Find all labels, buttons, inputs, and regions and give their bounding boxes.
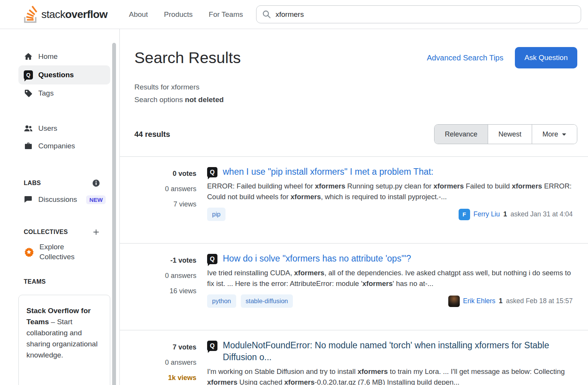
results-count: 44 results	[134, 130, 170, 139]
labs-section-header: LABS	[24, 175, 100, 191]
sidebar-item-companies[interactable]: Companies	[18, 137, 110, 155]
tag-icon	[24, 89, 33, 98]
ask-question-button[interactable]: Ask Question	[515, 47, 577, 68]
result-bottom-row: pipFFerry Liu1asked Jan 31 at 4:04	[207, 208, 573, 221]
sidebar-item-explore-collectives[interactable]: Explore Collectives	[18, 240, 110, 264]
votes-count: -1 votes	[134, 253, 196, 268]
sidebar-scrollbar[interactable]	[112, 43, 116, 385]
avatar[interactable]: F	[459, 209, 470, 220]
sidebar-item-questions[interactable]: QQuestions	[18, 65, 110, 84]
question-link[interactable]: How do i solve "xformers has no attribut…	[223, 253, 411, 265]
questions-icon: Q	[24, 70, 33, 80]
asked-by-line: FFerry Liu1asked Jan 31 at 4:04	[459, 209, 573, 220]
page-title: Search Results	[134, 49, 241, 67]
sidebar-item-users[interactable]: Users	[18, 120, 110, 137]
user-name-link[interactable]: Erik Ehlers	[463, 297, 496, 305]
sidebar-item-tags[interactable]: Tags	[18, 84, 110, 102]
votes-count: 0 votes	[134, 166, 196, 181]
plus-icon[interactable]	[92, 228, 100, 236]
user-name-link[interactable]: Ferry Liu	[474, 210, 500, 218]
search-icon	[262, 10, 271, 19]
sort-button-group: Relevance Newest More	[434, 124, 577, 144]
result-content: QHow do i solve "xformers has no attribu…	[207, 253, 577, 308]
stackoverflow-logo-icon	[22, 6, 38, 23]
sidebar-secondary-nav: UsersCompanies	[18, 120, 110, 155]
search-result: 7 votes0 answers1k viewsQModuleNotFoundE…	[134, 330, 577, 385]
top-header: stackoverflow AboutProductsFor Teams	[0, 0, 588, 29]
advanced-search-tips-link[interactable]: Advanced Search Tips	[427, 54, 503, 62]
question-link[interactable]: when I use "pip install xformers" I met …	[223, 166, 433, 178]
result-bottom-row: pythonstable-diffusionErik Ehlers1asked …	[207, 294, 573, 308]
result-content: QModuleNotFoundError: No module named 't…	[207, 340, 577, 385]
info-icon[interactable]	[92, 179, 100, 187]
tag-list: pip	[207, 208, 225, 221]
discussion-icon	[24, 195, 33, 204]
sidebar-primary-nav: HomeQQuestionsTags	[18, 48, 110, 102]
teams-section-header: TEAMS	[24, 274, 100, 289]
result-excerpt: Ive tried reinstalling CUDA, xformers, a…	[207, 268, 573, 289]
result-stats: 0 votes0 answers7 views	[134, 166, 196, 221]
search-options-text: Search options not deleted	[134, 93, 577, 106]
search-result: -1 votes0 answers16 viewsQHow do i solve…	[134, 244, 577, 318]
votes-count: 7 votes	[134, 340, 196, 355]
tag-python[interactable]: python	[207, 294, 236, 308]
sidebar-item-home[interactable]: Home	[18, 48, 110, 65]
result-title-row: QModuleNotFoundError: No module named 't…	[207, 340, 573, 363]
result-stats: 7 votes0 answers1k views	[134, 340, 196, 385]
result-stats: -1 votes0 answers16 views	[134, 253, 196, 308]
sort-newest-button[interactable]: Newest	[488, 125, 532, 144]
question-icon: Q	[207, 167, 217, 177]
question-icon: Q	[207, 341, 217, 351]
nav-item-about[interactable]: About	[123, 6, 154, 23]
answers-count: 0 answers	[134, 268, 196, 283]
sidebar-item-label: Tags	[38, 89, 54, 97]
sort-relevance-button[interactable]: Relevance	[434, 125, 488, 144]
search-input[interactable]	[256, 5, 581, 23]
tag-list: pythonstable-diffusion	[207, 294, 293, 308]
asked-timestamp: asked Jan 31 at 4:04	[511, 210, 573, 218]
stackoverflow-logo-text: stackoverflow	[41, 8, 108, 21]
views-count: 7 views	[134, 197, 196, 212]
sort-more-button[interactable]: More	[532, 125, 577, 144]
sidebar-item-label: Home	[38, 52, 58, 61]
main-content: Search Results Advanced Search Tips Ask …	[120, 29, 588, 385]
users-icon	[24, 124, 33, 133]
tag-stable-diffusion[interactable]: stable-diffusion	[241, 294, 293, 308]
company-icon	[24, 141, 33, 151]
answers-count: 0 answers	[134, 181, 196, 197]
sidebar-item-discussions[interactable]: Discussions NEW	[18, 191, 110, 208]
collectives-star-icon	[24, 247, 34, 257]
header-nav: AboutProductsFor Teams	[123, 6, 249, 23]
tag-pip[interactable]: pip	[207, 208, 225, 221]
sidebar-item-label: Users	[38, 124, 57, 133]
search-results-list: 0 votes0 answers7 viewsQwhen I use "pip …	[134, 156, 577, 385]
question-icon: Q	[207, 254, 217, 264]
views-count: 16 views	[134, 283, 196, 299]
chevron-down-icon	[562, 133, 567, 136]
sidebar-item-label: Discussions	[38, 195, 77, 204]
views-count: 1k views	[134, 370, 196, 385]
labs-label: LABS	[24, 180, 41, 187]
result-excerpt: I'm working on Stable Diffusion and try …	[207, 366, 573, 385]
home-icon	[24, 52, 33, 61]
asked-timestamp: asked Feb 18 at 15:57	[506, 297, 573, 305]
result-content: Qwhen I use "pip install xformers" I met…	[207, 166, 577, 221]
nav-item-for-teams[interactable]: For Teams	[203, 6, 249, 23]
search-box	[256, 5, 581, 23]
stackoverflow-logo[interactable]: stackoverflow	[22, 6, 108, 23]
teams-label: TEAMS	[24, 278, 46, 285]
question-link[interactable]: ModuleNotFoundError: No module named 'to…	[223, 340, 573, 363]
left-sidebar: HomeQQuestionsTags UsersCompanies LABS D…	[0, 29, 120, 385]
asked-by-line: Erik Ehlers1asked Feb 18 at 15:57	[448, 296, 573, 307]
collectives-section-header: COLLECTIVES	[24, 224, 100, 240]
results-for-text: Results for xformers	[134, 81, 577, 93]
teams-promo-card[interactable]: Stack Overflow for Teams – Start collabo…	[18, 295, 110, 385]
sidebar-item-label: Explore Collectives	[39, 242, 87, 262]
user-reputation: 1	[503, 210, 507, 218]
nav-item-products[interactable]: Products	[158, 6, 199, 23]
user-reputation: 1	[499, 297, 503, 305]
result-title-row: QHow do i solve "xformers has no attribu…	[207, 253, 573, 265]
search-options-value: not deleted	[185, 96, 224, 104]
avatar[interactable]	[448, 296, 460, 307]
collectives-label: COLLECTIVES	[24, 229, 68, 236]
